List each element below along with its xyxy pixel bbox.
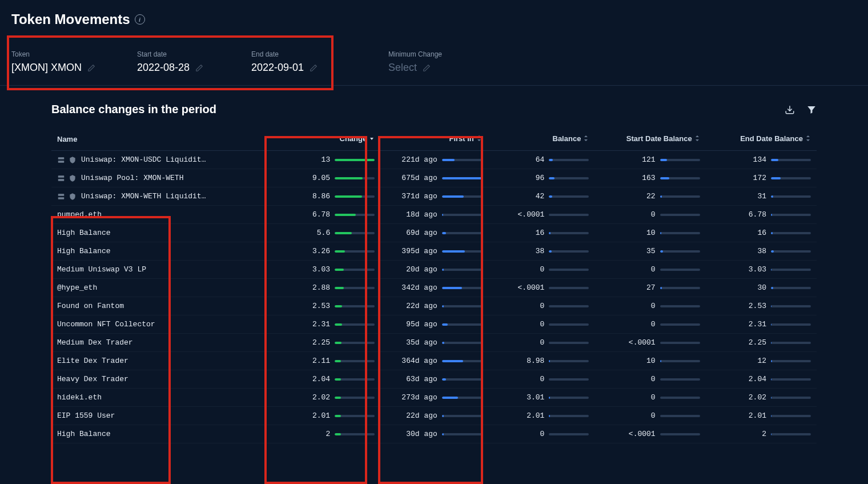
- filter-min-change-label: Minimum Change: [388, 50, 442, 58]
- server-icon: [57, 193, 65, 201]
- filter-start-date-label: Start date: [137, 50, 228, 58]
- filter-end-date[interactable]: End date 2022-09-01: [240, 45, 354, 85]
- shield-icon: [69, 156, 77, 164]
- table-row[interactable]: Medium Uniswap V3 LP 3.03 20d ago 0 0 3.…: [51, 261, 817, 279]
- table-row[interactable]: High Balance 2 30d ago 0 <.0001 2: [51, 425, 817, 443]
- filter-min-change-value: Select: [388, 62, 417, 74]
- shield-icon: [69, 193, 77, 201]
- row-name: Heavy Dex Trader: [57, 375, 128, 383]
- table-row[interactable]: Elite Dex Trader 2.11 364d ago 8.98 10 1…: [51, 352, 817, 370]
- table-row[interactable]: @hype_eth 2.88 342d ago <.0001 27 30: [51, 279, 817, 297]
- table-row[interactable]: Found on Fantom 2.53 22d ago 0 0 2.53: [51, 297, 817, 315]
- page-title-text: Token Movements: [11, 11, 130, 27]
- row-name: High Balance: [57, 247, 111, 255]
- shield-icon: [69, 174, 77, 182]
- sort-icon: [805, 135, 811, 143]
- filter-token-value: [XMON] XMON: [11, 62, 82, 74]
- row-name: Elite Dex Trader: [57, 357, 128, 365]
- sort-desc-icon: [369, 135, 375, 143]
- table-row[interactable]: Heavy Dex Trader 2.04 63d ago 0 0 2.04: [51, 370, 817, 389]
- column-start-balance[interactable]: Start Date Balance: [594, 127, 705, 151]
- filter-start-date-value: 2022-08-28: [137, 62, 190, 74]
- server-icon: [57, 174, 65, 182]
- sort-icon: [583, 135, 589, 143]
- table-row[interactable]: Uniswap: XMON-WETH Liquidit… 8.86 371d a…: [51, 187, 817, 206]
- row-name: Found on Fantom: [57, 302, 124, 310]
- table-row[interactable]: Uniswap: XMON-USDC Liquidit… 13 221d ago…: [51, 151, 817, 169]
- row-name: hideki.eth: [57, 393, 102, 402]
- row-name: Medium Dex Trader: [57, 338, 133, 347]
- filter-min-change[interactable]: Minimum Change Select: [377, 45, 453, 85]
- filter-end-date-value: 2022-09-01: [251, 62, 304, 74]
- row-name: Uniswap Pool: XMON-WETH: [81, 174, 183, 182]
- row-name: Uncommon NFT Collector: [57, 320, 155, 329]
- svg-rect-0: [58, 157, 65, 159]
- filter-icon[interactable]: [806, 105, 817, 115]
- server-icon: [57, 156, 65, 164]
- column-balance[interactable]: Balance: [488, 127, 595, 151]
- svg-rect-5: [58, 197, 65, 199]
- filter-end-date-label: End date: [251, 50, 343, 58]
- pencil-icon: [195, 64, 203, 72]
- column-end-balance[interactable]: End Date Balance: [706, 127, 817, 151]
- table-row[interactable]: hideki.eth 2.02 273d ago 3.01 0 2.02: [51, 389, 817, 407]
- filter-start-date[interactable]: Start date 2022-08-28: [126, 45, 240, 85]
- filter-token[interactable]: Token [XMON] XMON: [0, 45, 126, 85]
- row-name: Uniswap: XMON-USDC Liquidit…: [81, 155, 206, 164]
- table-row[interactable]: High Balance 3.26 395d ago 38 35 38: [51, 242, 817, 261]
- column-name[interactable]: Name: [51, 127, 281, 151]
- table-row[interactable]: Uniswap Pool: XMON-WETH 9.05 675d ago 96…: [51, 169, 817, 187]
- row-name: @hype_eth: [57, 283, 97, 292]
- balance-changes-table: Name Change First In Balance Start Date …: [51, 127, 817, 443]
- download-icon[interactable]: [785, 105, 795, 115]
- pencil-icon: [310, 64, 318, 72]
- table-row[interactable]: Medium Dex Trader 2.25 35d ago 0 <.0001 …: [51, 334, 817, 352]
- svg-rect-3: [58, 179, 65, 181]
- pencil-icon: [87, 64, 95, 72]
- row-name: High Balance: [57, 430, 111, 438]
- sort-icon: [476, 135, 482, 143]
- filter-token-label: Token: [11, 50, 114, 58]
- row-name: pumped.eth: [57, 210, 102, 219]
- section-title: Balance changes in the period: [51, 103, 216, 116]
- svg-rect-1: [58, 161, 65, 163]
- pencil-icon: [423, 64, 431, 72]
- column-change[interactable]: Change: [281, 127, 380, 151]
- filters-bar: Token [XMON] XMON Start date 2022-08-28 …: [0, 39, 868, 86]
- svg-rect-4: [58, 194, 65, 196]
- sort-icon: [694, 135, 700, 143]
- page-title: Token Movements i: [11, 11, 145, 27]
- column-first-in[interactable]: First In: [380, 127, 488, 151]
- table-row[interactable]: High Balance 5.6 69d ago 16 10 16: [51, 224, 817, 242]
- table-row[interactable]: pumped.eth 6.78 18d ago <.0001 0 6.78: [51, 206, 817, 224]
- table-row[interactable]: EIP 1559 User 2.01 22d ago 2.01 0 2.01: [51, 407, 817, 425]
- info-icon[interactable]: i: [135, 14, 145, 25]
- table-row[interactable]: Uncommon NFT Collector 2.31 95d ago 0 0 …: [51, 315, 817, 334]
- row-name: Uniswap: XMON-WETH Liquidit…: [81, 192, 206, 201]
- row-name: Medium Uniswap V3 LP: [57, 265, 146, 274]
- svg-rect-2: [58, 175, 65, 178]
- row-name: EIP 1559 User: [57, 411, 115, 420]
- row-name: High Balance: [57, 229, 111, 237]
